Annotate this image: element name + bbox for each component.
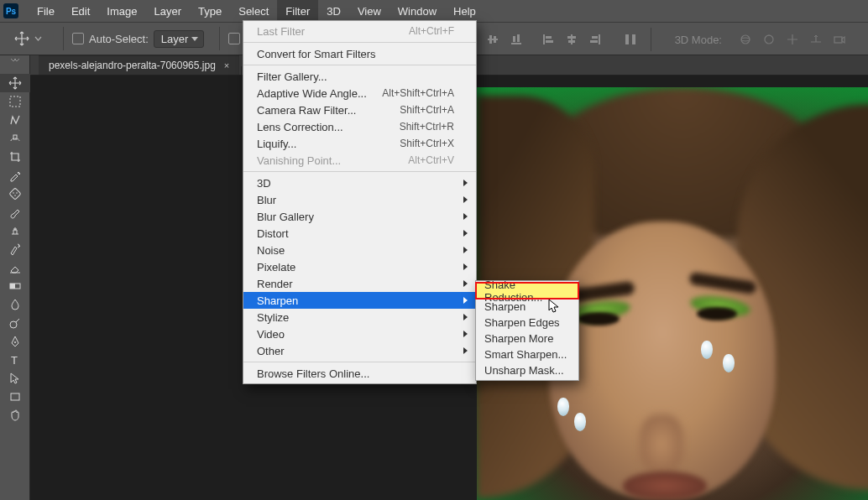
svg-point-20	[741, 35, 750, 44]
svg-rect-19	[632, 34, 635, 44]
menu-item-convert-smart-filters[interactable]: Convert for Smart Filters	[243, 45, 476, 62]
menu-separator	[243, 171, 476, 172]
distribute-icon[interactable]	[622, 31, 639, 48]
svg-point-33	[14, 341, 16, 343]
tool-history-brush[interactable]	[0, 240, 30, 258]
menu-item-blur[interactable]: Blur	[243, 191, 476, 208]
menu-item-lens-correction[interactable]: Lens Correction...Shift+Ctrl+R	[243, 118, 476, 135]
menu-filter[interactable]: Filter	[277, 0, 318, 22]
tool-hand[interactable]	[0, 406, 30, 424]
tool-pen[interactable]	[0, 332, 30, 351]
menu-window[interactable]: Window	[390, 0, 445, 22]
auto-select-target-dropdown[interactable]: Layer	[154, 30, 205, 48]
toolpanel-expand-icon[interactable]	[0, 55, 30, 65]
move-tool-icon[interactable]	[12, 29, 32, 49]
submenu-item-smart-sharpen[interactable]: Smart Sharpen...	[476, 346, 578, 362]
menu-layer[interactable]: Layer	[146, 0, 191, 22]
menu-item-stylize[interactable]: Stylize	[243, 309, 476, 326]
3d-orbit-icon[interactable]	[737, 31, 754, 48]
3d-mode-label: 3D Mode:	[675, 34, 722, 46]
menu-item-other[interactable]: Other	[243, 342, 476, 359]
svg-rect-35	[11, 393, 19, 400]
align-vcenter-icon[interactable]	[484, 31, 501, 48]
svg-rect-3	[488, 39, 498, 40]
menu-item-pixelate[interactable]: Pixelate	[243, 258, 476, 275]
tool-rectangle[interactable]	[0, 388, 30, 406]
submenu-item-sharpen-edges[interactable]: Sharpen Edges	[476, 315, 578, 331]
align-left-icon[interactable]	[540, 31, 557, 48]
tool-move[interactable]	[0, 74, 30, 92]
tool-eyedropper[interactable]	[0, 166, 30, 185]
menu-edit[interactable]: Edit	[63, 0, 98, 22]
tool-lasso[interactable]	[0, 111, 30, 129]
tool-path-select[interactable]	[0, 369, 30, 388]
alignment-group: 3D Mode:	[458, 23, 851, 56]
tool-type[interactable]: T	[0, 351, 30, 369]
menu-item-camera-raw[interactable]: Camera Raw Filter...Shift+Ctrl+A	[243, 102, 476, 118]
svg-rect-12	[571, 34, 573, 44]
menu-type[interactable]: Type	[190, 0, 230, 22]
3d-pan-icon[interactable]	[784, 31, 801, 48]
menu-separator	[243, 65, 476, 65]
tool-eraser[interactable]	[0, 258, 30, 277]
svg-rect-7	[513, 36, 515, 42]
align-right-icon[interactable]	[587, 31, 604, 48]
3d-roll-icon[interactable]	[761, 31, 777, 48]
svg-point-27	[13, 192, 14, 194]
tool-healing[interactable]	[0, 185, 30, 203]
menu-separator	[243, 42, 476, 43]
submenu-item-unsharp-mask[interactable]: Unsharp Mask...	[476, 362, 578, 378]
menu-image[interactable]: Image	[98, 0, 145, 22]
show-transform-checkbox[interactable]	[228, 33, 240, 44]
3d-camera-icon[interactable]	[831, 31, 848, 48]
svg-rect-23	[834, 37, 842, 43]
close-tab-icon[interactable]: ×	[224, 60, 229, 70]
svg-text:T: T	[11, 354, 18, 367]
svg-rect-4	[489, 35, 492, 44]
auto-select-label: Auto-Select:	[89, 33, 149, 45]
submenu-item-shake-reduction[interactable]: Shake Reduction...	[476, 283, 578, 299]
menu-item-blur-gallery[interactable]: Blur Gallery	[243, 208, 476, 225]
align-hcenter-icon[interactable]	[563, 31, 580, 48]
menu-item-liquify[interactable]: Liquify...Shift+Ctrl+X	[243, 135, 476, 152]
tool-preset-dropdown-icon[interactable]	[34, 34, 43, 44]
svg-rect-8	[517, 34, 520, 42]
menu-3d[interactable]: 3D	[318, 0, 349, 22]
menu-view[interactable]: View	[349, 0, 390, 22]
tool-panel: T	[0, 55, 30, 500]
menu-help[interactable]: Help	[445, 0, 484, 22]
menu-item-render[interactable]: Render	[243, 275, 476, 292]
svg-rect-15	[599, 34, 600, 44]
document-tab[interactable]: pexels-alejandro-peralta-7060965.jpg ×	[39, 55, 239, 75]
menu-item-last-filter[interactable]: Last FilterAlt+Ctrl+F	[243, 23, 476, 39]
svg-rect-11	[546, 40, 553, 43]
tool-quick-select[interactable]	[0, 129, 30, 148]
tool-marquee[interactable]	[0, 92, 30, 111]
menu-item-sharpen[interactable]: Sharpen	[243, 292, 476, 309]
menu-file[interactable]: File	[29, 0, 63, 22]
menu-item-adaptive-wide-angle[interactable]: Adaptive Wide Angle...Alt+Shift+Ctrl+A	[243, 85, 476, 102]
tool-gradient[interactable]	[0, 277, 30, 295]
menu-select[interactable]: Select	[230, 0, 277, 22]
menu-item-3d[interactable]: 3D	[243, 174, 476, 191]
auto-select-checkbox[interactable]	[72, 33, 84, 44]
separator	[219, 27, 220, 50]
menu-item-distort[interactable]: Distort	[243, 225, 476, 242]
filter-menu-dropdown: Last FilterAlt+Ctrl+F Convert for Smart …	[243, 20, 477, 384]
menu-item-video[interactable]: Video	[243, 326, 476, 342]
3d-slide-icon[interactable]	[808, 31, 824, 48]
align-bottom-icon[interactable]	[508, 31, 525, 48]
menu-bar: Ps File Edit Image Layer Type Select Fil…	[0, 0, 868, 22]
svg-rect-18	[625, 34, 629, 44]
tool-brush[interactable]	[0, 203, 30, 221]
tool-clone-stamp[interactable]	[0, 221, 30, 240]
menu-item-vanishing-point[interactable]: Vanishing Point...Alt+Ctrl+V	[243, 152, 476, 169]
svg-rect-31	[10, 284, 15, 289]
menu-item-filter-gallery[interactable]: Filter Gallery...	[243, 68, 476, 85]
menu-item-noise[interactable]: Noise	[243, 242, 476, 258]
tool-crop[interactable]	[0, 148, 30, 166]
tool-blur[interactable]	[0, 295, 30, 314]
submenu-item-sharpen-more[interactable]: Sharpen More	[476, 331, 578, 346]
menu-item-browse-filters[interactable]: Browse Filters Online...	[243, 365, 476, 382]
tool-dodge[interactable]	[0, 314, 30, 332]
